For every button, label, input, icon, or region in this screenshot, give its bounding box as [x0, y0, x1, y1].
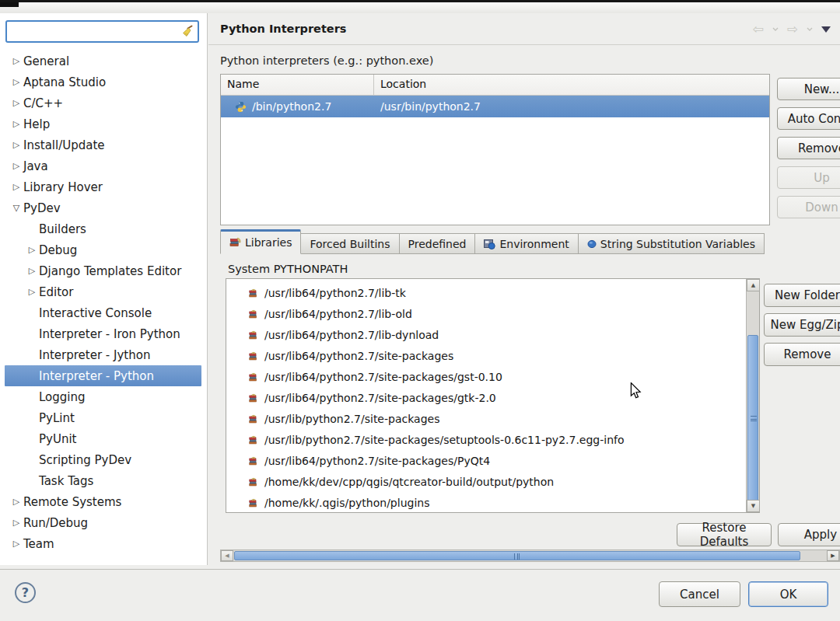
horizontal-scrollbar-thumb[interactable] [234, 551, 800, 560]
sidebar-item[interactable]: ▷ Run/Debug [5, 512, 201, 533]
tree-expander-icon[interactable]: ▷ [9, 539, 23, 549]
tree-expander-icon[interactable]: ▷ [9, 182, 23, 192]
sidebar-item[interactable]: PyUnit [5, 428, 201, 449]
tab-predefined[interactable]: Predefined [400, 233, 476, 254]
library-icon [248, 392, 259, 403]
column-header-name[interactable]: Name [221, 75, 374, 95]
sidebar-item[interactable]: ▷ Debug [5, 239, 201, 260]
sidebar-item[interactable]: ▷ C/C++ [5, 92, 201, 113]
tab-environment[interactable]: Environment [475, 233, 578, 254]
table-row[interactable]: /bin/python2.7 /usr/bin/python2.7 [221, 96, 769, 117]
pythonpath-item[interactable]: /usr/lib64/python2.7/site-packages/PyQt4 [226, 450, 745, 471]
table-header: Name Location [221, 75, 769, 96]
library-icon [248, 497, 259, 508]
scrollbar-grip [514, 553, 520, 560]
filter-input[interactable] [7, 22, 179, 41]
sidebar-item-label: Interpreter - Jython [39, 348, 150, 362]
pythonpath-item[interactable]: /usr/lib64/python2.7/site-packages/gtk-2… [226, 387, 745, 408]
interpreter-action-button[interactable]: Down [777, 196, 840, 218]
sidebar-item[interactable]: ▷ Java [5, 155, 201, 176]
pythonpath-item[interactable]: /home/kk/dev/cpp/qgis/qtcreator-build/ou… [226, 471, 745, 492]
ok-button[interactable]: OK [748, 581, 828, 607]
tab-forced-builtins[interactable]: Forced Builtins [301, 233, 399, 254]
sidebar-item[interactable]: ▷ General [5, 51, 201, 72]
variable-dot-icon [587, 239, 597, 249]
vertical-scrollbar-thumb[interactable] [747, 335, 758, 503]
pythonpath-item[interactable]: /usr/lib64/python2.7/site-packages/gst-0… [226, 366, 745, 387]
tree-expander-icon[interactable]: ▽ [9, 203, 23, 213]
library-icon [248, 309, 259, 319]
interpreter-action-button[interactable]: Auto Config [777, 107, 840, 130]
sidebar-item[interactable]: Logging [5, 386, 201, 407]
tree-expander-icon[interactable]: ▷ [9, 518, 23, 528]
scroll-down-icon[interactable]: ▼ [747, 500, 760, 512]
content-header: Python Interpreters ⇦ ⇨ [208, 13, 840, 45]
sidebar-item[interactable]: Builders [5, 218, 201, 239]
tree-expander-icon[interactable]: ▷ [9, 140, 23, 150]
column-header-location[interactable]: Location [374, 75, 432, 95]
sidebar-item[interactable]: Task Tags [5, 470, 201, 491]
pythonpath-item[interactable]: /usr/lib/python2.7/site-packages/setupto… [226, 429, 745, 450]
tree-expander-icon[interactable]: ▷ [9, 161, 23, 171]
pythonpath-action-button[interactable]: Remove [764, 343, 840, 366]
pythonpath-item[interactable]: /usr/lib/python2.7/site-packages [226, 408, 745, 429]
sidebar-item[interactable]: ▷ Help [5, 113, 201, 134]
tree-expander-icon[interactable]: ▷ [9, 119, 23, 129]
back-icon[interactable]: ⇦ [753, 23, 764, 36]
sidebar-item[interactable]: PyLint [5, 407, 201, 428]
tree-expander-icon[interactable]: ▷ [9, 497, 23, 507]
library-icon [248, 476, 259, 487]
pythonpath-action-button[interactable]: New Egg/Zip [764, 313, 840, 337]
tab-string-substitution-variables[interactable]: String Substitution Variables [579, 233, 765, 254]
view-menu-icon[interactable] [821, 26, 831, 33]
sidebar-item[interactable]: ▷ Library Hover [5, 176, 201, 197]
sidebar-item-label: General [23, 54, 69, 68]
sidebar-item[interactable]: ▷ Aptana Studio [5, 72, 201, 92]
sidebar-item[interactable]: ▽ PyDev [5, 197, 201, 218]
sidebar-item-label: Interpreter - Iron Python [39, 327, 180, 341]
forward-icon[interactable]: ⇨ [787, 23, 798, 36]
tree-expander-icon[interactable]: ▷ [25, 266, 39, 276]
sidebar-item[interactable]: Interpreter - Iron Python [5, 323, 201, 344]
sidebar-item[interactable]: ▷ Remote Systems [5, 491, 201, 512]
tree-expander-icon[interactable]: ▷ [25, 245, 39, 255]
pythonpath-item[interactable]: /usr/lib64/python2.7/site-packages [226, 345, 745, 366]
forward-menu-chevron-icon[interactable] [807, 27, 813, 32]
sidebar-item[interactable]: Interpreter - Jython [5, 344, 201, 365]
pythonpath-text: /usr/lib64/python2.7/site-packages/gst-0… [264, 371, 502, 383]
interpreter-action-button[interactable]: Remove [777, 137, 840, 159]
sidebar-item[interactable]: Scripting PyDev [5, 449, 201, 470]
titlebar [0, 0, 840, 13]
pythonpath-item[interactable]: /usr/lib64/python2.7/lib-tk [226, 282, 745, 303]
pythonpath-text: /usr/lib64/python2.7/site-packages/gtk-2… [264, 392, 496, 404]
help-button[interactable]: ? [15, 582, 36, 603]
pythonpath-item[interactable]: /home/kk/.qgis/python/plugins [226, 492, 745, 513]
tab-libraries[interactable]: Libraries [220, 229, 301, 254]
scroll-left-icon[interactable]: ◀ [221, 550, 233, 561]
pythonpath-item[interactable]: /usr/lib64/python2.7/lib-dynload [226, 324, 745, 345]
tree-expander-icon[interactable]: ▷ [25, 287, 39, 297]
apply-button[interactable]: Apply [778, 523, 840, 546]
restore-defaults-button[interactable]: Restore Defaults [677, 523, 772, 546]
cancel-button[interactable]: Cancel [659, 581, 740, 607]
sidebar-item[interactable]: Interactive Console [5, 302, 201, 323]
pythonpath-action-button[interactable]: New Folder [764, 284, 840, 307]
sidebar-item[interactable]: ▷ Install/Update [5, 134, 201, 155]
sidebar-item[interactable]: ▷ Editor [5, 281, 201, 302]
interpreter-name: /bin/python2.7 [252, 100, 331, 113]
tree-expander-icon[interactable]: ▷ [9, 56, 23, 66]
interpreter-action-button[interactable]: Up [777, 166, 840, 189]
filter-box [5, 20, 199, 43]
back-menu-chevron-icon[interactable] [772, 27, 779, 32]
tree-expander-icon[interactable]: ▷ [9, 77, 23, 87]
scroll-right-icon[interactable]: ▶ [827, 550, 839, 561]
sidebar-item[interactable]: ▷ Django Templates Editor [5, 260, 201, 281]
sidebar-item[interactable]: Interpreter - Python [5, 365, 201, 386]
python-icon [235, 101, 247, 113]
sidebar-item[interactable]: ▷ Team [5, 533, 201, 554]
clear-filter-icon[interactable] [179, 24, 194, 40]
scroll-up-icon[interactable]: ▲ [747, 279, 760, 291]
interpreter-action-button[interactable]: New... [777, 78, 840, 100]
tree-expander-icon[interactable]: ▷ [9, 98, 23, 108]
pythonpath-item[interactable]: /usr/lib64/python2.7/lib-old [226, 303, 745, 324]
